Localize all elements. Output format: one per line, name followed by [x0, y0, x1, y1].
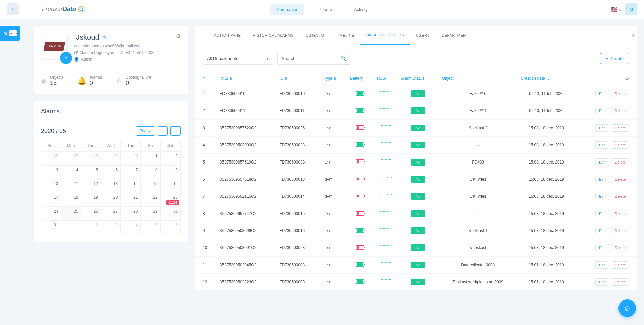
add-button[interactable]: +: [60, 52, 72, 64]
calendar-day[interactable]: 21: [121, 193, 140, 206]
tab-timeline[interactable]: TIMELINE: [330, 26, 360, 45]
col-alarm[interactable]: Alarm Status: [398, 72, 439, 85]
calendar-day[interactable]: 9: [161, 166, 180, 179]
search-box[interactable]: 🔍: [277, 52, 351, 65]
tab-action-pane[interactable]: ACTION PANE: [208, 26, 247, 45]
delete-button[interactable]: Delete: [611, 124, 629, 132]
calendar-day[interactable]: 1: [141, 152, 160, 165]
edit-button[interactable]: Edit: [595, 158, 609, 166]
col-rssi[interactable]: RSSI: [374, 72, 398, 85]
tabs-scroll-right[interactable]: ›: [632, 32, 634, 38]
col-num[interactable]: #: [195, 72, 216, 85]
edit-icon[interactable]: ✎: [103, 34, 107, 40]
col-battery[interactable]: Battery: [347, 72, 373, 85]
calendar-day[interactable]: 14: [121, 179, 140, 193]
calendar-day[interactable]: 3: [41, 166, 61, 179]
search-input[interactable]: [282, 56, 340, 61]
calendar-day[interactable]: 13: [101, 179, 120, 193]
department-select[interactable]: All Departments ▼: [203, 52, 273, 65]
edit-button[interactable]: Edit: [595, 193, 609, 200]
calendar-day[interactable]: 10: [41, 179, 61, 193]
nav-users[interactable]: Users: [314, 4, 338, 15]
calendar-day[interactable]: 24: [41, 207, 61, 220]
calendar-day[interactable]: 19: [81, 193, 101, 206]
calendar-day[interactable]: 27: [61, 152, 81, 165]
back-button[interactable]: [7, 3, 19, 15]
next-month-button[interactable]: →: [170, 126, 181, 136]
sidebar-company-chip[interactable]: ♛ IJSKOUD: [0, 26, 20, 41]
delete-button[interactable]: Delete: [611, 90, 629, 97]
tab-historical-alarms[interactable]: HISTORICAL ALARMS: [247, 26, 300, 45]
calendar-day[interactable]: 5: [141, 221, 160, 234]
tab-departments[interactable]: DEPARTMEN: [436, 26, 472, 45]
calendar-day[interactable]: 27: [101, 207, 120, 220]
refresh-icon[interactable]: ⟳: [625, 76, 629, 81]
calendar-day[interactable]: 18: [61, 193, 81, 206]
calendar-day[interactable]: 2311.24: [161, 193, 180, 206]
calendar-day[interactable]: 7: [121, 166, 140, 179]
edit-button[interactable]: Edit: [595, 261, 609, 269]
calendar-day[interactable]: 29: [101, 152, 120, 165]
delete-button[interactable]: Delete: [611, 193, 629, 200]
delete-button[interactable]: Delete: [611, 158, 629, 166]
edit-button[interactable]: Edit: [595, 90, 609, 97]
col-imei[interactable]: IMEI⇅: [216, 72, 276, 85]
user-avatar[interactable]: M: [625, 3, 637, 15]
delete-button[interactable]: Delete: [611, 261, 629, 269]
today-button[interactable]: Today: [136, 126, 155, 136]
edit-button[interactable]: Edit: [595, 227, 609, 234]
col-type[interactable]: Type⇅: [320, 72, 347, 85]
calendar-day[interactable]: 20: [101, 193, 120, 206]
gear-icon[interactable]: ⚙: [176, 33, 181, 39]
tab-users[interactable]: USERS: [410, 26, 436, 45]
col-id[interactable]: ID⇅: [276, 72, 320, 85]
delete-button[interactable]: Delete: [611, 210, 629, 217]
calendar-day[interactable]: 12: [81, 179, 101, 193]
delete-button[interactable]: Delete: [611, 141, 629, 149]
delete-button[interactable]: Delete: [611, 227, 629, 234]
prev-month-button[interactable]: ←: [158, 126, 168, 136]
calendar-day[interactable]: 2: [161, 152, 180, 165]
calendar-day[interactable]: 6: [161, 221, 180, 234]
calendar-day[interactable]: 30: [121, 152, 140, 165]
calendar-day[interactable]: 30: [161, 207, 180, 220]
delete-button[interactable]: Delete: [611, 107, 629, 114]
calendar-day[interactable]: 29: [141, 207, 160, 220]
calendar-day[interactable]: 4: [61, 166, 81, 179]
calendar-day[interactable]: 16: [161, 179, 180, 193]
col-created[interactable]: Creation date ∨: [517, 72, 576, 85]
calendar-day[interactable]: 26: [81, 207, 101, 220]
nav-activity[interactable]: Activity: [348, 4, 374, 15]
edit-button[interactable]: Edit: [595, 176, 609, 183]
calendar-day[interactable]: 26: [41, 152, 61, 165]
edit-button[interactable]: Edit: [595, 210, 609, 217]
edit-button[interactable]: Edit: [595, 124, 609, 132]
calendar-day[interactable]: 15: [141, 179, 160, 193]
col-object[interactable]: Object: [439, 72, 517, 85]
tab-objects[interactable]: OBJECTS: [300, 26, 330, 45]
calendar-day[interactable]: 2: [81, 221, 101, 234]
calendar-day[interactable]: 28: [121, 207, 140, 220]
edit-button[interactable]: Edit: [595, 141, 609, 149]
delete-button[interactable]: Delete: [611, 244, 629, 251]
calendar-day[interactable]: 11: [61, 179, 81, 193]
language-selector[interactable]: 🇺🇸 ∨: [611, 6, 621, 13]
calendar-day[interactable]: 5: [81, 166, 101, 179]
calendar-day[interactable]: 17: [41, 193, 61, 206]
edit-button[interactable]: Edit: [595, 244, 609, 251]
delete-button[interactable]: Delete: [611, 176, 629, 183]
calendar-day[interactable]: 8: [141, 166, 160, 179]
nav-companies[interactable]: Companies: [270, 4, 304, 15]
calendar-day[interactable]: 28: [81, 152, 101, 165]
delete-button[interactable]: Delete: [611, 278, 629, 286]
calendar-day[interactable]: 22: [141, 193, 160, 206]
calendar-day[interactable]: 25: [61, 207, 81, 220]
calendar-day[interactable]: 4: [121, 221, 140, 234]
calendar-day[interactable]: 31: [41, 221, 61, 234]
create-button[interactable]: +Create: [600, 53, 629, 64]
calendar-day[interactable]: 6: [101, 166, 120, 179]
calendar-day[interactable]: 1: [61, 221, 81, 234]
calendar-day[interactable]: 3: [101, 221, 120, 234]
edit-button[interactable]: Edit: [595, 278, 609, 286]
edit-button[interactable]: Edit: [595, 107, 609, 114]
